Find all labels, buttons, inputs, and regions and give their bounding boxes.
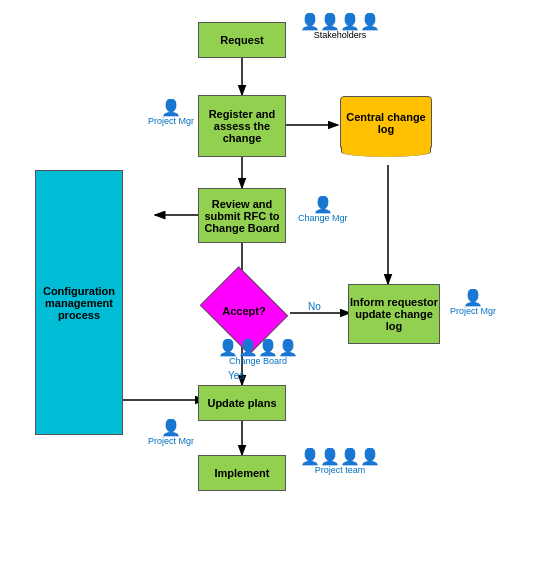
project-mgr-2-icon: 👤 [463,290,483,306]
config-mgmt-box: Configuration management process [35,170,123,435]
project-team-label: Project team [315,465,366,475]
project-mgr-1-label: Project Mgr [148,116,194,126]
yes-text: Yes [228,370,244,381]
accept-diamond-container: Accept? [209,283,279,338]
config-mgmt-label: Configuration management process [36,285,122,321]
project-mgr-2-label: Project Mgr [450,306,496,316]
project-mgr-3-person: 👤 Project Mgr [148,420,194,446]
register-assess-box: Register and assess the change [198,95,286,157]
review-submit-box: Review and submit RFC to Change Board [198,188,286,243]
request-label: Request [220,34,263,46]
project-mgr-1-person: 👤 Project Mgr [148,100,194,126]
change-mgr-person: 👤 Change Mgr [298,197,348,223]
project-mgr-3-icon: 👤 [161,420,181,436]
update-plans-label: Update plans [207,397,276,409]
no-text: No [308,301,321,312]
yes-label: Yes [228,370,244,381]
request-box: Request [198,22,286,58]
implement-box: Implement [198,455,286,491]
update-plans-box: Update plans [198,385,286,421]
diagram: Request 👤👤👤👤 Stakeholders Register and a… [0,0,557,572]
implement-label: Implement [214,467,269,479]
change-board-person: 👤👤👤👤 Change Board [218,340,298,366]
stakeholders-icon: 👤👤👤👤 [300,14,380,30]
central-change-log-label: Central change log [345,111,427,135]
change-board-icon: 👤👤👤👤 [218,340,298,356]
change-mgr-label: Change Mgr [298,213,348,223]
inform-requestor-label: Inform requestor update change log [349,296,439,332]
review-submit-label: Review and submit RFC to Change Board [199,198,285,234]
stakeholders-label: Stakeholders [314,30,367,40]
register-assess-label: Register and assess the change [199,108,285,144]
stakeholders-person: 👤👤👤👤 Stakeholders [300,14,380,40]
project-team-person: 👤👤👤👤 Project team [300,449,380,475]
change-mgr-icon: 👤 [313,197,333,213]
project-mgr-1-icon: 👤 [161,100,181,116]
change-board-label: Change Board [229,356,287,366]
no-label: No [308,301,321,312]
project-team-icon: 👤👤👤👤 [300,449,380,465]
project-mgr-3-label: Project Mgr [148,436,194,446]
inform-requestor-box: Inform requestor update change log [348,284,440,344]
central-change-log-box: Central change log [340,96,432,150]
project-mgr-2-person: 👤 Project Mgr [450,290,496,316]
